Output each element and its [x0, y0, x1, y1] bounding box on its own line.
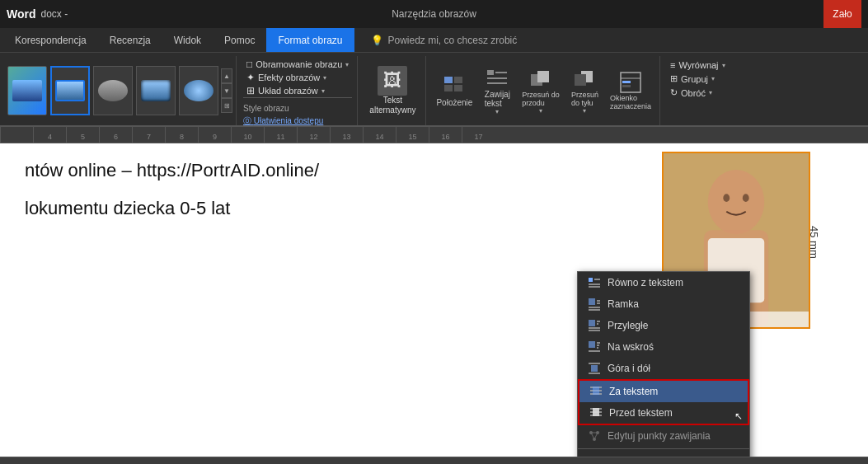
- style-scroll: ▲ ▼ ⊞: [221, 68, 232, 113]
- scroll-up-button[interactable]: ▲: [221, 68, 232, 83]
- search-bar[interactable]: 💡 Powiedz mi, co chcesz zrobić: [371, 28, 518, 52]
- obroc-icon: ↻: [670, 87, 678, 98]
- przed-tekstem-icon: [589, 406, 603, 419]
- style-thumb-4[interactable]: [136, 66, 176, 115]
- menu-ramka[interactable]: Ramka: [578, 293, 749, 315]
- style-thumb-1[interactable]: [7, 66, 47, 115]
- svg-rect-51: [593, 408, 599, 416]
- menu-rowno-z-tekstem[interactable]: Równo z tekstem: [578, 272, 749, 293]
- svg-rect-3: [454, 85, 462, 91]
- title-bar-left: Word docx -: [7, 7, 68, 21]
- tab-pomoc[interactable]: Pomoc: [213, 28, 266, 52]
- red-outline-group: Za tekstem Przed tekstem ↖: [578, 379, 749, 425]
- wyrownaj-label: Wyrównaj: [678, 60, 718, 70]
- svg-point-20: [723, 194, 730, 202]
- edytuj-icon: [588, 429, 601, 443]
- menu-za-tekstem[interactable]: Za tekstem: [579, 381, 748, 402]
- svg-rect-26: [589, 298, 595, 305]
- svg-rect-11: [575, 74, 586, 86]
- przesun-przod-button[interactable]: Przesuń doprzodu ▾: [517, 64, 565, 118]
- image-options-group: □ Obramowanie obrazu ▾ ✦ Efekty obrazów …: [238, 56, 358, 125]
- efekty-arrow: ▾: [323, 74, 326, 82]
- menu-przenies-z-tekstem[interactable]: ✓ Przenieś z tekstem: [578, 451, 749, 457]
- svg-rect-1: [454, 77, 462, 83]
- przesun-tyl-button[interactable]: Przesuńdo tyłu ▾: [566, 64, 603, 118]
- close-button[interactable]: Zało: [823, 0, 861, 28]
- polozenie-button[interactable]: Położenie: [431, 72, 477, 110]
- style-thumb-2[interactable]: [50, 66, 90, 115]
- ruler-mark-0: [0, 127, 33, 143]
- gora-dol-label: Góra i dół: [608, 363, 739, 374]
- gora-dol-icon: [588, 362, 601, 375]
- wyrownaj-button[interactable]: ≡ Wyrównaj ▾: [667, 59, 729, 71]
- horizontal-ruler: 4 5 6 7 8 9 10 11 12 13 14 15 16 17: [0, 127, 868, 143]
- scroll-more-button[interactable]: ⊞: [221, 98, 232, 113]
- ribbon-tabs: Korespondencja Recenzja Widok Pomoc Form…: [0, 28, 868, 53]
- ruler-mark-8: 8: [165, 127, 198, 143]
- arrange-group: Położenie Zawijajtekst ▾: [428, 56, 660, 125]
- text-alt-label: Tekst alternatywny: [368, 96, 417, 115]
- ruler-mark-9: 9: [198, 127, 231, 143]
- tab-format-obrazu[interactable]: Format obrazu: [266, 28, 354, 52]
- menu-przed-tekstem[interactable]: Przed tekstem ↖: [579, 402, 748, 424]
- za-tekstem-icon: [589, 385, 603, 398]
- ruler-mark-14: 14: [363, 127, 396, 143]
- zawijaj-icon: [486, 67, 509, 90]
- ruler-mark-10: 10: [231, 127, 264, 143]
- title-bar: Word docx - Narzędzia obrazów Zało: [0, 0, 868, 28]
- przesun-tyl-icon: [573, 68, 596, 91]
- menu-edytuj-punkty[interactable]: Edytuj punkty zawijania: [578, 425, 749, 447]
- svg-rect-47: [593, 387, 599, 395]
- search-placeholder: Powiedz mi, co chcesz zrobić: [388, 35, 518, 46]
- accessibility-link[interactable]: ⓪ Ułatwienia dostępu: [243, 115, 352, 127]
- obroc-button[interactable]: ↻ Obróć ▾: [667, 87, 729, 99]
- obramowanie-icon: □: [246, 59, 252, 70]
- rowno-label: Równo z tekstem: [608, 277, 739, 288]
- svg-rect-9: [537, 71, 549, 82]
- tab-korespondencja[interactable]: Korespondencja: [3, 28, 98, 52]
- uklad-button[interactable]: ⊞ Układ obrazów ▾: [243, 84, 352, 97]
- svg-rect-31: [589, 320, 595, 326]
- obramowanie-button[interactable]: □ Obramowanie obrazu ▾: [243, 58, 352, 71]
- efekty-icon: ✦: [246, 72, 255, 83]
- menu-gora-dol[interactable]: Góra i dół: [578, 358, 749, 379]
- text-alt-button[interactable]: 🖼 Tekst alternatywny: [359, 56, 426, 125]
- svg-rect-15: [622, 85, 631, 87]
- svg-rect-41: [591, 365, 598, 372]
- edytuj-punkty-label: Edytuj punkty zawijania: [608, 430, 739, 442]
- menu-przylegle[interactable]: Przyległe: [578, 315, 749, 336]
- style-thumb-3[interactable]: [93, 66, 133, 115]
- efekty-button[interactable]: ✦ Efekty obrazów ▾: [243, 71, 352, 84]
- okienko-icon: [619, 71, 642, 94]
- svg-rect-0: [444, 77, 453, 83]
- grupuj-label: Grupuj: [681, 74, 708, 84]
- grupuj-button[interactable]: ⊞ Grupuj ▾: [667, 73, 729, 85]
- check-icon: ✓: [588, 455, 601, 457]
- svg-rect-22: [589, 278, 593, 282]
- narzedzia-label: Narzędzia obrazów: [392, 8, 476, 20]
- obroc-label: Obróć: [681, 88, 706, 98]
- scroll-down-button[interactable]: ▼: [221, 83, 232, 98]
- tab-widok[interactable]: Widok: [162, 28, 213, 52]
- grupuj-arrow: ▾: [711, 75, 715, 82]
- przylegle-icon: [588, 319, 601, 332]
- okienko-button[interactable]: Okienkozaznaczenia: [605, 68, 656, 114]
- zawijaj-button[interactable]: Zawijajtekst ▾: [479, 63, 515, 119]
- ribbon-content: ▲ ▼ ⊞ □ Obramowanie obrazu ▾ ✦ Efekty ob…: [0, 53, 868, 127]
- style-thumb-5[interactable]: [179, 66, 218, 115]
- menu-na-wskros[interactable]: Na wskroś: [578, 336, 749, 358]
- cursor-indicator: ↖: [734, 410, 743, 422]
- tab-recenzja[interactable]: Recenzja: [98, 28, 162, 52]
- przesun-tyl-label: Przesuńdo tyłu: [571, 91, 598, 107]
- przylegle-label: Przyległe: [608, 320, 739, 331]
- na-wskros-icon: [588, 340, 601, 354]
- na-wskros-label: Na wskroś: [608, 341, 739, 353]
- ramka-icon: [588, 298, 601, 311]
- ruler-mark-7: 7: [132, 127, 165, 143]
- uklad-icon: ⊞: [246, 85, 255, 96]
- ruler-mark-5: 5: [66, 127, 99, 143]
- okienko-label: Okienkozaznaczenia: [610, 94, 651, 110]
- polozenie-label: Położenie: [436, 98, 472, 107]
- przesun-przod-arrow: ▾: [539, 107, 542, 115]
- przesun-przod-label: Przesuń doprzodu: [522, 91, 560, 107]
